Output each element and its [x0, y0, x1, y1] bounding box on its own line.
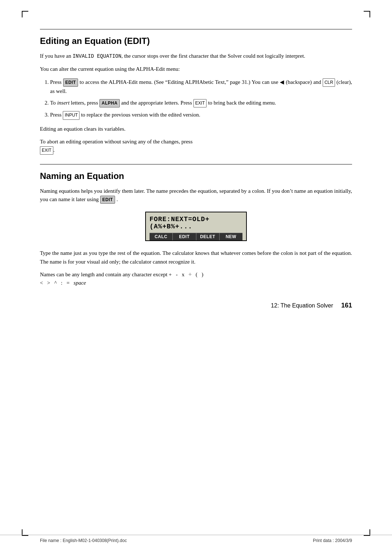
section-title-editing: Editing an Equation (EDIT) [40, 36, 352, 46]
edit-key-naming: EDIT [100, 196, 115, 204]
editing-steps-list: Press EDIT to access the ALPHA-Edit menu… [50, 78, 352, 120]
page-number-block: 12: The Equation Solver 161 [40, 302, 352, 309]
corner-mark-top-right [364, 11, 370, 17]
corner-mark-top-left [22, 11, 28, 17]
para-naming-intro: Naming equations helps you identify them… [40, 187, 352, 204]
para-invalid-equation: If you have an INVALID EQUATION, the cur… [40, 52, 352, 61]
para-clears-variables: Editing an equation clears its variables… [40, 125, 352, 133]
para-naming-type: Type the name just as you type the rest … [40, 249, 352, 266]
section-divider-2 [40, 164, 352, 164]
footer: File name : English-M02-1-040308(Print).… [0, 535, 392, 543]
calc-menu-btn-calc: CALC [150, 233, 173, 240]
space-italic: space [74, 280, 86, 286]
alpha-key: ALPHA [99, 99, 120, 107]
para-names-length: Names can be any length and contain any … [40, 270, 352, 288]
calc-menu-btn-delet: DELET [196, 233, 220, 240]
step-3: Press INPUT to replace the previous vers… [50, 110, 352, 119]
exit-key-1: EXIT [193, 99, 207, 107]
insert-italic: insert [57, 100, 69, 106]
section-title-naming: Naming an Equation [40, 171, 352, 181]
footer-filename: File name : English-M02-1-040308(Print).… [40, 538, 127, 543]
input-key: INPUT [63, 111, 79, 119]
code-invalid-equation: INVALID EQUATION [73, 53, 121, 59]
calc-display-wrapper: FORE:NEXT=OLD+(A%+B%+... CALC EDIT DELET… [40, 212, 352, 241]
footer-printdate: Print data : 2004/3/9 [313, 538, 352, 543]
calc-screen-line: FORE:NEXT=OLD+(A%+B%+... [150, 215, 242, 231]
para-abort-editing: To abort an editing operation without sa… [40, 138, 352, 155]
para-alter-equation: You can alter the current equation using… [40, 65, 352, 73]
clr-key: CLR [323, 78, 335, 87]
page-number-text: 12: The Equation Solver 161 [271, 302, 352, 309]
page: Editing an Equation (EDIT) If you have a… [0, 0, 392, 554]
calc-display: FORE:NEXT=OLD+(A%+B%+... CALC EDIT DELET… [145, 212, 247, 241]
calc-menu-row: CALC EDIT DELET NEW [150, 233, 242, 240]
calc-menu-btn-new: NEW [220, 233, 242, 240]
step-1: Press EDIT to access the ALPHA-Edit menu… [50, 78, 352, 95]
edit-key-1: EDIT [63, 78, 78, 87]
calc-menu-btn-edit: EDIT [173, 233, 196, 240]
step-2: To insert letters, press ALPHA and the a… [50, 98, 352, 107]
section-divider-1 [40, 29, 352, 29]
backspace-symbol: ◀ [280, 79, 284, 85]
exit-key-2: EXIT [40, 146, 53, 155]
